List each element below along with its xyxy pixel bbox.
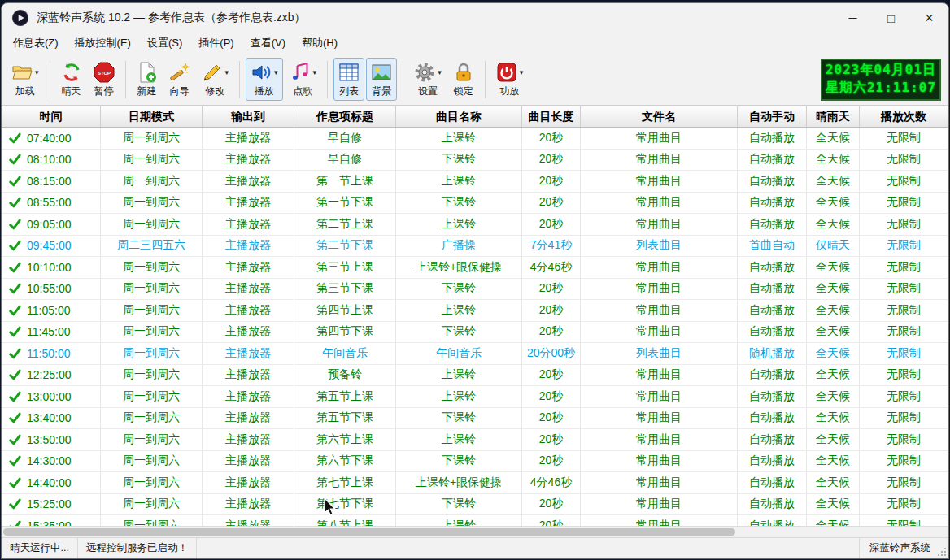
- cell-time-text: 11:45:00: [27, 325, 70, 338]
- music-notes-icon: [290, 62, 311, 83]
- cell-auto: 自动播放: [738, 494, 807, 515]
- cell-title: 第七节上课: [294, 472, 396, 493]
- toolbar-button-settings[interactable]: ▾ 设置: [409, 58, 447, 101]
- toolbar-label-modify: 修改: [205, 85, 224, 98]
- minimize-button[interactable]: ─: [834, 3, 872, 33]
- table-row[interactable]: 08:55:00周一到周六主播放器第一节下课下课铃20秒常用曲目自动播放全天候无…: [2, 193, 948, 215]
- column-header-song-name[interactable]: 曲目名称: [396, 106, 522, 127]
- table-row[interactable]: 13:00:00周一到周六主播放器第五节上课上课铃20秒常用曲目自动播放全天候无…: [2, 386, 948, 408]
- column-header-file-name[interactable]: 文件名: [581, 106, 738, 127]
- table-row[interactable]: 11:45:00周一到周六主播放器第四节下课下课铃20秒常用曲目自动播放全天候无…: [2, 322, 948, 344]
- toolbar-label-list-view: 列表: [339, 85, 359, 98]
- chevron-down-icon[interactable]: ▾: [438, 69, 442, 76]
- app-icon: [11, 9, 29, 27]
- toolbar-button-wizard[interactable]: 向导: [164, 58, 195, 101]
- table-row[interactable]: 10:55:00周一到周六主播放器第三节下课下课铃20秒常用曲目自动播放全天候无…: [2, 279, 948, 301]
- cell-file: 常用曲目: [581, 150, 738, 171]
- table-row[interactable]: 07:40:00周一到周六主播放器早自修上课铃20秒常用曲目自动播放全天候无限制: [2, 128, 948, 150]
- menu-plugins[interactable]: 插件(P): [190, 33, 242, 54]
- column-header-weather[interactable]: 晴雨天: [807, 106, 860, 127]
- menu-schedule[interactable]: 作息表(Z): [5, 33, 67, 54]
- cell-time: 11:50:00: [2, 343, 101, 364]
- clock-display: 2023年04月01日 星期六21:11:07: [821, 59, 941, 101]
- chevron-down-icon[interactable]: ▾: [313, 69, 317, 76]
- cell-time: 15:35:00: [2, 515, 101, 526]
- toolbar-button-list-view[interactable]: 列表: [333, 58, 364, 101]
- magic-wand-icon: [169, 62, 190, 83]
- table-row[interactable]: 13:50:00周一到周六主播放器第六节上课上课铃20秒常用曲目自动播放全天候无…: [2, 429, 948, 451]
- cell-count: 无限制: [860, 515, 948, 526]
- cell-count: 无限制: [860, 494, 948, 515]
- column-header-item-title[interactable]: 作息项标题: [294, 106, 396, 127]
- check-icon: [9, 369, 21, 380]
- table-row[interactable]: 15:35:00周一到周六主播放器第八节上课上课铃20秒常用曲目自动播放全天候无…: [2, 515, 948, 526]
- chevron-down-icon[interactable]: ▾: [274, 69, 278, 76]
- cell-song: 上课铃: [396, 386, 522, 407]
- toolbar-button-background[interactable]: 背景: [366, 58, 397, 101]
- cell-time: 07:40:00: [2, 128, 101, 149]
- toolbar-button-sunny[interactable]: 晴天: [56, 58, 87, 101]
- check-icon: [9, 348, 21, 359]
- table-row[interactable]: 08:15:00周一到周六主播放器第一节上课上课铃20秒常用曲目自动播放全天候无…: [2, 171, 948, 193]
- cell-auto: 首曲自动: [738, 236, 807, 257]
- column-header-time[interactable]: 时间: [2, 106, 101, 127]
- maximize-button[interactable]: □: [872, 3, 910, 33]
- clock-date: 2023年04月01日: [826, 62, 936, 79]
- menu-playback[interactable]: 播放控制(E): [67, 33, 139, 54]
- resize-grip[interactable]: [937, 547, 947, 557]
- toolbar-button-lock[interactable]: 锁定: [448, 58, 479, 101]
- cell-weather: 全天候: [807, 193, 860, 214]
- scrollbar-thumb[interactable]: [3, 528, 735, 536]
- table-row[interactable]: 10:10:00周一到周六主播放器第三节上课上课铃+眼保健操4分46秒常用曲目自…: [2, 257, 948, 279]
- cell-time: 15:25:00: [2, 494, 101, 515]
- column-header-song-length[interactable]: 曲目长度: [522, 106, 581, 127]
- column-header-output[interactable]: 输出到: [203, 106, 294, 127]
- table-row[interactable]: 09:05:00周一到周六主播放器第二节上课上课铃20秒常用曲目自动播放全天候无…: [2, 214, 948, 236]
- cell-count: 无限制: [860, 429, 948, 450]
- menu-help[interactable]: 帮助(H): [294, 33, 346, 54]
- cell-weather: 全天候: [807, 365, 860, 386]
- chevron-down-icon[interactable]: ▾: [225, 69, 229, 76]
- cell-time: 08:10:00: [2, 150, 101, 171]
- table-row[interactable]: 14:40:00周一到周六主播放器第七节上课上课铃+眼保健操4分46秒常用曲目自…: [2, 472, 948, 494]
- pencil-edit-icon: [202, 62, 223, 83]
- toolbar-button-song-request[interactable]: ▾ 点歌: [285, 58, 322, 101]
- toolbar-button-pause[interactable]: STOP 暂停: [89, 58, 120, 101]
- table-row[interactable]: 11:50:00周一到周六主播放器午间音乐午间音乐20分00秒列表曲目随机播放全…: [2, 343, 948, 365]
- column-header-auto-manual[interactable]: 自动手动: [738, 106, 807, 127]
- table-row[interactable]: 13:40:00周一到周六主播放器第五节下课下课铃20秒常用曲目自动播放全天候无…: [2, 408, 948, 430]
- cell-time-text: 13:00:00: [27, 390, 72, 403]
- table-row[interactable]: 15:25:00周一到周六主播放器第七节下课下课铃20秒常用曲目自动播放全天候无…: [2, 494, 948, 516]
- cell-count: 无限制: [860, 171, 948, 192]
- toolbar-button-modify[interactable]: ▾ 修改: [197, 58, 234, 101]
- toolbar-label-wizard: 向导: [170, 85, 190, 98]
- cell-time-text: 07:40:00: [27, 132, 72, 145]
- menu-settings[interactable]: 设置(S): [139, 33, 190, 54]
- table-row[interactable]: 08:10:00周一到周六主播放器早自修下课铃20秒常用曲目自动播放全天候无限制: [2, 150, 948, 171]
- cell-song: 下课铃: [396, 279, 522, 300]
- cell-title: 午间音乐: [294, 343, 396, 364]
- cell-output: 主播放器: [203, 343, 294, 364]
- table-row[interactable]: 09:45:00周二三四五六主播放器第二节下课广播操7分41秒列表曲目首曲自动仅…: [2, 236, 948, 258]
- table-row[interactable]: 12:25:00周一到周六主播放器预备铃上课铃20秒常用曲目自动播放全天候无限制: [2, 365, 948, 387]
- cell-date_mode: 周一到周六: [101, 429, 203, 450]
- cell-title: 第二节上课: [294, 214, 396, 235]
- toolbar-button-load[interactable]: ▾ 加载: [7, 58, 44, 101]
- toolbar-button-new[interactable]: 新建: [132, 58, 163, 101]
- toolbar-button-play[interactable]: ▾ 播放: [246, 58, 283, 101]
- cell-time-text: 11:50:00: [27, 347, 70, 360]
- close-button[interactable]: ×: [910, 3, 948, 33]
- chevron-down-icon[interactable]: ▾: [520, 69, 524, 76]
- cell-time: 09:45:00: [2, 236, 101, 257]
- column-header-play-count[interactable]: 播放次数: [860, 106, 948, 127]
- column-header-date-mode[interactable]: 日期模式: [101, 106, 203, 127]
- toolbar-button-amplifier[interactable]: ▾ 功放: [491, 58, 529, 101]
- table-row[interactable]: 14:30:00周一到周六主播放器第六节下课下课铃20秒常用曲目自动播放全天候无…: [2, 451, 948, 473]
- titlebar[interactable]: 深蓝铃声系统 10.2 — 参考作息表（参考作息表.zxb） ─ □ ×: [2, 3, 948, 33]
- cell-auto: 自动播放: [738, 322, 807, 343]
- horizontal-scrollbar[interactable]: [2, 526, 948, 537]
- table-row[interactable]: 11:05:00周一到周六主播放器第四节上课上课铃20秒常用曲目自动播放全天候无…: [2, 300, 948, 322]
- cell-song: 上课铃: [396, 365, 522, 386]
- chevron-down-icon[interactable]: ▾: [35, 69, 39, 76]
- menu-view[interactable]: 查看(V): [242, 33, 294, 54]
